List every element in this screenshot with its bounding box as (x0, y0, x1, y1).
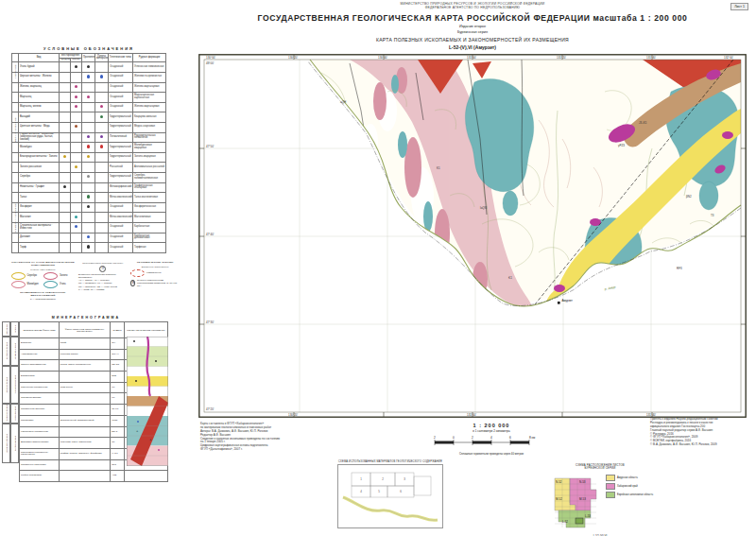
page-header: МИНИСТЕРСТВО ПРИРОДНЫХ РЕСУРСОВ И ЭКОЛОГ… (227, 2, 718, 51)
svg-text:4: 4 (360, 490, 362, 493)
formation-type: Угли бурые (59, 382, 110, 393)
geol-formation: Трахиандезитовая (20, 393, 60, 405)
occurrence-icon (87, 216, 90, 218)
age-index: QIII–H (111, 349, 125, 360)
formation-type: Пески, глины строительные (59, 360, 110, 372)
ore-formation: Магнезитовая (133, 213, 166, 223)
legend-row: Фосфорит Осадочный Фосфоритоносная (12, 202, 166, 213)
edition-line: Издание второе (227, 25, 718, 29)
legend-col-group (12, 54, 19, 62)
mineralization-point-icon (100, 75, 103, 78)
formation-type (59, 426, 110, 438)
svg-text:132°00': 132°00' (724, 56, 734, 60)
genetic-type: Пегматитовый (109, 132, 133, 143)
svg-text:48°00': 48°00' (206, 61, 215, 65)
svg-text:47°50': 47°50' (206, 145, 215, 148)
geol-formation: Угленосная терригенная (20, 382, 60, 393)
svg-text:8 км: 8 км (529, 436, 535, 440)
mineralization-point-icon (100, 195, 103, 198)
occurrence-icon (87, 95, 90, 98)
mg-col-index: ИНДЕКС (111, 322, 125, 338)
genetic-type: Осадочный (109, 82, 133, 93)
mineral-name: Железо, марганец (19, 82, 60, 93)
legend-row: Строительные материалы · Известняк Осадо… (12, 222, 166, 233)
deposit-medium-icon (63, 235, 66, 238)
scheme-legend-item: Хабаровский край (606, 483, 653, 490)
occurrence-icon (87, 235, 90, 238)
ore-formation: Серебро-полиметаллическая (133, 172, 166, 182)
ore-formation: Марганценосная карбонатная (133, 93, 166, 103)
deposit-small-icon (75, 195, 77, 198)
legend-row: Доломит Осадочный Карбонатная доломитова… (12, 233, 166, 243)
svg-text:47°30': 47°30' (206, 320, 215, 324)
svg-text:M-52: M-52 (556, 497, 562, 501)
scheme-legend-item: Амурская область (606, 475, 653, 481)
deposit-small-icon (75, 85, 77, 88)
deposit-medium-icon (63, 95, 66, 98)
mineralization-point-icon (100, 165, 103, 168)
svg-text:N-52: N-52 (556, 480, 562, 484)
deposit-small-icon (75, 245, 77, 248)
town-marker (558, 302, 560, 304)
ore-formation: Карбонатная (133, 222, 166, 233)
svg-text:5: 5 (378, 490, 380, 493)
sheet-scheme-map: N-52 N-53 M-52 M-53 L-52 L-53 (547, 473, 602, 533)
svg-text:47°40': 47°40' (206, 233, 215, 236)
ore-district-oval-icon (43, 272, 58, 280)
genetic-type: Осадочный (109, 93, 133, 103)
deposit-small-icon (75, 115, 77, 118)
occurrence-icon (87, 145, 90, 147)
ore-formation: Тальк-магнезитовая (133, 193, 166, 203)
mineragenogram-block: МИНЕРАГЕНОГРАММА ЭРАТЕМЫ КАЙНОЗОЙСКАЯ МЕ… (2, 316, 170, 467)
deposit-small-icon (75, 105, 77, 108)
svg-text:aQH: aQH (340, 100, 346, 104)
genetic-type: Осадочный (109, 233, 133, 243)
anomaly-oval-icon (130, 269, 145, 277)
legend-col-formations: Рудные формации (133, 54, 166, 62)
occurrence-icon (87, 225, 90, 228)
occurrence-icon (87, 135, 90, 138)
svg-text:K1: K1 (437, 166, 440, 170)
geol-formation: Базальтовая (20, 372, 60, 383)
deposit-medium-icon (63, 115, 66, 118)
ore-district-oval-icon (43, 281, 58, 288)
legend-col-kind: Вид (19, 54, 60, 62)
svg-text:131°20': 131°20' (557, 56, 567, 60)
ore-district-item: Уголь (43, 281, 74, 288)
point-anomaly-icon: В (130, 280, 135, 286)
scale-bar: 2 0 2 4 6 8 км (430, 436, 553, 447)
formation-type (59, 471, 110, 482)
geol-formation: Озерно-аллювиальная (20, 360, 60, 372)
svg-text:laQIII: laQIII (480, 206, 487, 210)
geol-formation: Углеродисто-терригенно-карбонатная (20, 448, 60, 459)
deposit-medium-icon (63, 105, 66, 108)
mineralization-point-icon (100, 95, 103, 98)
genetic-type: Гидротермальный (109, 123, 133, 133)
legend-table-block: УСЛОВНЫЕ ОБОЗНАЧЕНИЯ Вид Месторождения П… (11, 46, 166, 253)
legend-row: Молибден Гидротермальный Молибденовая кв… (12, 143, 166, 153)
svg-text:βN2: βN2 (686, 195, 692, 199)
deposit-medium-icon (63, 185, 66, 188)
geol-formation: Карбонатно-терригенная (20, 426, 60, 438)
map-type-title: КАРТА ПОЛЕЗНЫХ ИСКОПАЕМЫХ И ЗАКОНОМЕРНОС… (227, 37, 718, 43)
inset-materials: СХЕМА ИСПОЛЬЗОВАННЫХ МАТЕРИАЛОВ ГЕОЛОГИЧ… (336, 460, 444, 532)
inset-river-band (343, 497, 438, 520)
genetic-type: Метасоматический (109, 193, 133, 203)
genetic-type: Осадочный (109, 243, 133, 253)
occurrence-icon (87, 245, 90, 248)
deposit-medium-icon (63, 245, 66, 248)
deposit-small-icon (75, 125, 77, 128)
mid-legend: ОТРАЖЕННЫЕ НА КАРТЕ МИНЕРАГЕНИЧЕСКИЕ ПОД… (11, 261, 180, 301)
deposit-medium-icon (63, 125, 66, 128)
legend-title: УСЛОВНЫЕ ОБОЗНАЧЕНИЯ (11, 46, 166, 51)
credit-line: ФГУП «Дальгеофизика», 2007 г. (200, 448, 342, 452)
svg-text:6: 6 (400, 490, 402, 493)
geol-formation: Доломито-известняковая (20, 438, 60, 449)
formation-type (59, 405, 110, 416)
occurrence-icon (87, 125, 90, 128)
deposit-medium-icon (63, 135, 66, 138)
formation-type: Золоторудный, молибденовый (59, 415, 110, 426)
genetic-type: Гидротермальный (109, 152, 133, 163)
deposit-small-icon (75, 75, 77, 78)
genetic-type: Осадочный (109, 222, 133, 233)
